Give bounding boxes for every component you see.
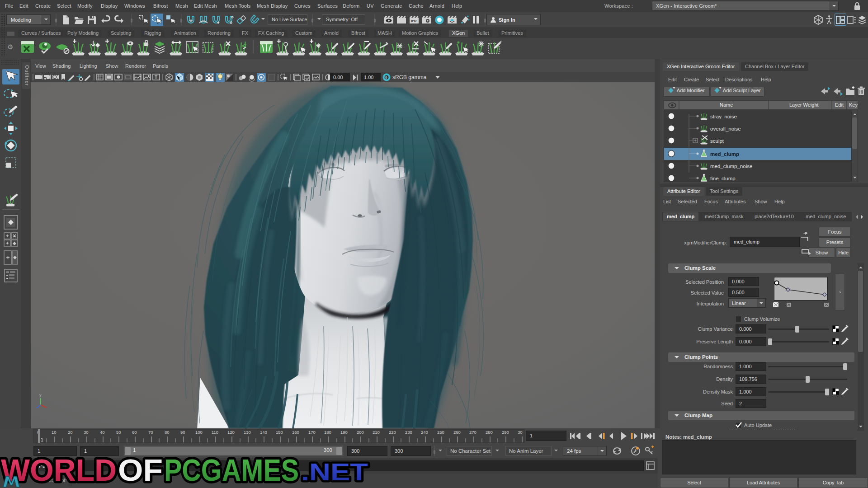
svg-text:20: 20: [68, 430, 73, 435]
svg-text:270: 270: [469, 430, 476, 435]
svg-text:90: 90: [180, 430, 185, 435]
svg-text:IPR: IPR: [411, 19, 417, 23]
svg-text:260: 260: [453, 430, 461, 435]
svg-text:30: 30: [84, 430, 89, 435]
svg-text:OF: OF: [118, 455, 163, 488]
svg-text:220: 220: [389, 430, 396, 435]
svg-text:T: T: [155, 75, 157, 80]
svg-text:100: 100: [195, 430, 203, 435]
svg-text:60: 60: [132, 430, 137, 435]
svg-text:150: 150: [276, 430, 283, 435]
svg-text:120: 120: [227, 430, 235, 435]
svg-text:40: 40: [100, 430, 105, 435]
svg-text:290: 290: [502, 430, 509, 435]
svg-text:200: 200: [357, 430, 364, 435]
svg-text:med_clump_noise: med_clump_noise: [710, 164, 752, 169]
svg-text:sculpt: sculpt: [710, 138, 724, 144]
svg-text:240: 240: [421, 430, 428, 435]
svg-text:110: 110: [212, 430, 218, 435]
svg-text:180: 180: [324, 430, 331, 435]
svg-text:170: 170: [308, 430, 316, 435]
svg-text:G: G: [385, 76, 387, 79]
svg-text:130: 130: [244, 430, 251, 435]
svg-text:160: 160: [292, 430, 299, 435]
svg-text:PCGAMES: PCGAMES: [164, 455, 299, 488]
svg-text:190: 190: [340, 430, 348, 435]
svg-text:fine_clump: fine_clump: [710, 176, 736, 181]
svg-text:sRGB gamma: sRGB gamma: [392, 74, 427, 80]
svg-text:70: 70: [148, 430, 153, 435]
svg-text:30: 30: [518, 430, 523, 435]
svg-text:230: 230: [405, 430, 412, 435]
svg-text:y: y: [39, 393, 42, 397]
svg-text:80: 80: [165, 430, 170, 435]
svg-text:med_clump: med_clump: [710, 151, 739, 157]
svg-text:280: 280: [486, 430, 493, 435]
svg-text:250: 250: [437, 430, 444, 435]
svg-text:stray_noise: stray_noise: [710, 114, 737, 119]
svg-text:50: 50: [116, 430, 121, 435]
svg-text:overall_noise: overall_noise: [710, 126, 741, 131]
svg-text:210: 210: [373, 430, 380, 435]
svg-text:.NET: .NET: [301, 459, 368, 485]
svg-text:140: 140: [260, 430, 267, 435]
svg-text:1: 1: [41, 437, 43, 442]
svg-text:10: 10: [52, 430, 57, 435]
